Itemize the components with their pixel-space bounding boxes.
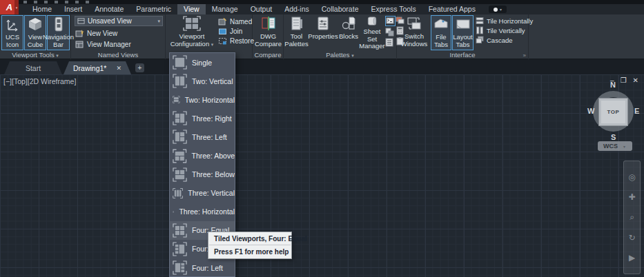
ribbon-tab-insert[interactable]: Insert (58, 4, 88, 14)
menu-item-label: Single (192, 59, 212, 67)
join-viewports-icon (218, 27, 227, 36)
tile-vertically-button[interactable]: Tile Vertically (476, 26, 525, 34)
menu-item-two-vertical[interactable]: Two: Vertical (170, 72, 235, 90)
viewport-controls-label[interactable]: [−][Top][2D Wireframe] (3, 77, 76, 85)
menu-item-single[interactable]: Single (170, 53, 235, 72)
viewcube[interactable]: TOP N W E S (587, 79, 642, 148)
ribbon-tab-bar: HomeInsertAnnotateParametricViewManageOu… (0, 4, 644, 14)
dwg-compare-button[interactable]: DWG Compare (255, 15, 282, 50)
ribbon-tab-add-ins[interactable]: Add-ins (278, 4, 315, 14)
switch-windows-icon (406, 15, 422, 32)
viewport-configuration-button[interactable]: Viewport Configuration ▾ (169, 15, 215, 53)
view-manager-button[interactable]: View Manager (75, 40, 131, 49)
viewcube-north[interactable]: N (610, 81, 616, 89)
view-manager-icon (75, 40, 84, 49)
menu-item-label: Two: Vertical (192, 77, 233, 85)
panel-caption-palettes[interactable]: Palettes ▾ (284, 50, 396, 59)
application-menu-caret-icon[interactable]: ▾ (14, 0, 19, 14)
viewport-layout-icon-single (173, 55, 187, 70)
application-menu-button[interactable]: A ▾ (0, 0, 19, 14)
recording-button[interactable]: ▾ (489, 6, 507, 13)
navigation-bar-button[interactable]: Navigation Bar (47, 15, 70, 50)
tab-start[interactable]: Start (4, 61, 62, 74)
blocks-button[interactable]: Blocks (338, 15, 359, 50)
navigation-wheel-icon[interactable]: ◎ (628, 173, 635, 181)
viewport-layout-icon-three-above (173, 149, 187, 163)
autocad-window: A ▾ HomeInsertAnnotateParametricViewMana… (0, 0, 644, 277)
cascade-button[interactable]: Cascade (476, 36, 513, 44)
ribbon-tab-manage[interactable]: Manage (206, 4, 244, 14)
tooltip-title: Tiled Viewports, Four: Equal (208, 232, 291, 245)
navigation-bar[interactable]: ◎✚⌕↻▶ (623, 161, 641, 274)
panel-overflow-icon[interactable]: » (523, 52, 526, 59)
ribbon-tab-annotate[interactable]: Annotate (88, 4, 130, 14)
viewport-layout-icon-four-left (173, 260, 187, 275)
viewcube-south[interactable]: S (611, 133, 616, 141)
palette-icon-grid (385, 16, 396, 47)
ribbon-tab-parametric[interactable]: Parametric (130, 4, 177, 14)
menu-item-label: Three: Below (192, 170, 235, 178)
menu-item-label: Three: Vertical (188, 189, 235, 197)
file-tabs-icon (433, 16, 449, 32)
file-tabs-button[interactable]: File Tabs (431, 15, 451, 50)
restore-viewports-button[interactable]: Restore (218, 37, 254, 45)
menu-item-four-left[interactable]: Four: Left (170, 258, 235, 277)
blocks-icon (340, 15, 357, 32)
viewcube-west[interactable]: W (587, 107, 594, 115)
view-combobox-value: Unsaved View (88, 17, 132, 25)
tile-horizontally-button[interactable]: Tile Horizontally (476, 17, 533, 25)
zoom-icon[interactable]: ⌕ (630, 213, 634, 221)
panel-caption-interface: Interface (397, 50, 528, 59)
viewport-layout-icon-three-horizontal (173, 205, 174, 219)
menu-item-three-above[interactable]: Three: Above (170, 146, 235, 165)
close-tab-icon[interactable]: ✕ (116, 65, 121, 72)
viewport-layout-icon-four-right (173, 242, 187, 256)
tool-palettes-button[interactable]: Tool Palettes (285, 15, 308, 50)
menu-item-label: Three: Horizontal (179, 207, 235, 216)
showmotion-icon[interactable]: ▶ (629, 254, 635, 262)
command-line-icon[interactable] (385, 16, 396, 26)
ribbon-tab-featured-apps[interactable]: Featured Apps (422, 4, 482, 14)
ribbon-tab-home[interactable]: Home (26, 4, 58, 14)
menu-item-three-left[interactable]: Three: Left (170, 127, 235, 146)
wcs-dropdown[interactable]: WCS ▾ (598, 141, 632, 151)
properties-button[interactable]: Properties (309, 15, 338, 50)
join-viewports-button[interactable]: Join (218, 27, 242, 36)
menu-item-three-right[interactable]: Three: Right (170, 109, 235, 127)
quick-access-toolbar (23, 1, 89, 3)
layout-tabs-button[interactable]: Layout Tabs (452, 15, 474, 50)
tool-properties-icon[interactable] (385, 28, 394, 37)
autocad-logo-icon: A (6, 3, 12, 12)
new-view-button[interactable]: New View (75, 29, 117, 38)
restore-viewports-icon (218, 37, 227, 45)
viewport-layout-icon-two-horizontal (173, 92, 180, 107)
orbit-icon[interactable]: ↻ (628, 234, 635, 242)
menu-item-two-horizontal[interactable]: Two: Horizontal (170, 90, 235, 109)
named-viewports-button[interactable]: Named (218, 17, 252, 26)
new-view-icon (75, 29, 84, 38)
list-palette-icon[interactable] (385, 38, 394, 47)
ribbon-tab-collaborate[interactable]: Collaborate (315, 4, 365, 14)
chevron-down-icon[interactable]: ▾ (157, 19, 160, 24)
ucs-icon-button[interactable]: UCS Icon (1, 15, 23, 50)
menu-item-three-vertical[interactable]: Three: Vertical (170, 184, 235, 203)
drawing-canvas[interactable]: [−][Top][2D Wireframe] –❐✕ (0, 74, 644, 277)
tab-drawing1[interactable]: Drawing1* ✕ (64, 61, 131, 74)
view-combobox[interactable]: Unsaved View ▾ (75, 16, 163, 26)
menu-item-three-below[interactable]: Three: Below (170, 165, 235, 184)
ribbon-tab-output[interactable]: Output (244, 4, 279, 14)
new-drawing-tab-button[interactable]: + (135, 63, 144, 72)
menu-item-label: Three: Above (192, 152, 235, 160)
viewcube-east[interactable]: E (634, 107, 639, 115)
viewcube-top-face[interactable]: TOP (598, 98, 628, 126)
ribbon-tab-express-tools[interactable]: Express Tools (364, 4, 422, 14)
viewport-layout-icon-three-below (173, 167, 187, 182)
panel-caption-viewport-tools[interactable]: Viewport Tools ▾ (0, 50, 70, 59)
switch-windows-button[interactable]: Switch Windows (399, 15, 429, 50)
ribbon-tab-view[interactable]: View (177, 4, 206, 14)
navigation-bar-icon (50, 16, 67, 32)
properties-icon (315, 15, 331, 32)
sheet-set-manager-button[interactable]: Sheet Set Manager (360, 15, 384, 50)
menu-item-three-horizontal[interactable]: Three: Horizontal (170, 203, 235, 221)
pan-icon[interactable]: ✚ (628, 193, 635, 201)
